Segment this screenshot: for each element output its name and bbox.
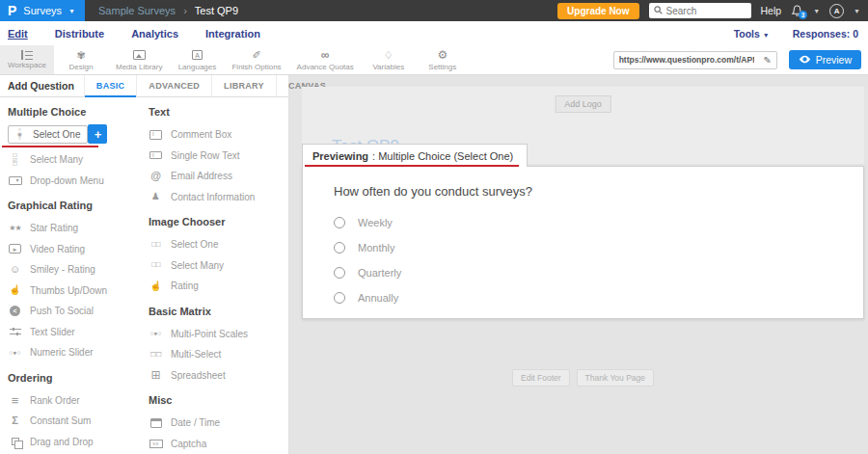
option-label: Annually [358, 292, 398, 304]
toolbar-languages[interactable]: Languages [170, 45, 224, 74]
question-type-email-address[interactable]: Email Address [149, 166, 288, 187]
multi-point-icon [149, 331, 163, 337]
question-text: How often do you conduct surveys? [334, 184, 832, 199]
question-type-rank-order[interactable]: Rank Order [8, 390, 149, 412]
question-type-single-row-text[interactable]: Single Row Text [149, 146, 288, 167]
edit-url-pencil-icon[interactable]: ✎ [759, 52, 776, 68]
question-type-thumbs-up-down[interactable]: Thumbs Up/Down [8, 280, 149, 302]
question-type-multi-point-scales[interactable]: Multi-Point Scales [149, 324, 288, 345]
option-annually[interactable]: Annually [334, 285, 832, 310]
nav-tab-distribute[interactable]: Distribute [55, 28, 118, 40]
question-type-image-select-one[interactable]: Select One [149, 234, 288, 255]
radio-icon[interactable] [334, 242, 345, 254]
question-type-push-to-social[interactable]: Push To Social [8, 301, 149, 322]
contact-person-icon [149, 192, 163, 201]
question-type-captcha[interactable]: Captcha [149, 434, 288, 454]
search-input[interactable] [666, 6, 746, 16]
avatar[interactable]: A [829, 4, 844, 18]
nav-tab-integration[interactable]: Integration [205, 28, 274, 40]
question-type-text-slider[interactable]: Text Slider [8, 322, 149, 343]
question-type-smiley-rating[interactable]: Smiley - Rating [8, 259, 149, 280]
question-type-label: Comment Box [171, 129, 231, 140]
nav-tab-analytics[interactable]: Analytics [131, 28, 192, 40]
upgrade-now-button[interactable]: Upgrade Now [557, 3, 638, 19]
tab-library[interactable]: LIBRARY [211, 75, 276, 96]
preview-button[interactable]: Preview [789, 50, 861, 69]
nav-tab-edit[interactable]: Edit [8, 28, 41, 40]
toolbar-design[interactable]: Design [54, 45, 108, 74]
question-type-date-time[interactable]: Date / Time [149, 413, 288, 434]
question-type-select-one[interactable]: Select One + [8, 124, 149, 144]
tools-dropdown[interactable]: Tools ▼ [734, 28, 770, 40]
thank-you-page-button[interactable]: Thank You Page [577, 369, 654, 387]
option-quarterly[interactable]: Quarterly [334, 260, 832, 285]
at-sign-icon [149, 171, 163, 181]
responses-count[interactable]: Responses: 0 [793, 28, 858, 40]
multi-select-icon [149, 351, 163, 358]
preview-footer: Edit Footer Thank You Page [302, 369, 864, 387]
option-monthly[interactable]: Monthly [334, 235, 832, 260]
section-title: Text [149, 106, 288, 118]
option-weekly[interactable]: Weekly [334, 210, 832, 235]
add-logo-button[interactable]: Add Logo [555, 95, 611, 113]
question-type-star-rating[interactable]: Star Rating [8, 218, 149, 239]
question-type-drag-and-drop[interactable]: Drag and Drop [8, 432, 149, 453]
question-type-label: Drag and Drop [30, 437, 94, 447]
tab-basic[interactable]: BASIC [84, 75, 137, 96]
toolbar-settings[interactable]: Settings [416, 45, 470, 74]
chevron-down-icon: ▼ [68, 8, 75, 14]
question-type-label: Select One [33, 129, 80, 140]
toolbar-advance-quotas[interactable]: Advance Quotas [289, 45, 362, 74]
radio-icon[interactable] [334, 267, 345, 279]
question-type-dropdown-menu[interactable]: Drop-down Menu [8, 171, 149, 192]
question-type-label: Multi-Select [171, 349, 221, 360]
question-type-image-rating[interactable]: Rating [149, 276, 288, 297]
design-palette-icon [76, 49, 85, 62]
help-link[interactable]: Help [761, 5, 782, 16]
settings-gear-icon [437, 49, 448, 62]
breadcrumb: Sample Surveys › Test QP9 [98, 5, 238, 16]
radio-icon[interactable] [334, 292, 345, 304]
video-rating-icon [9, 244, 21, 254]
workspace-icon [21, 50, 33, 60]
question-type-comment-box[interactable]: Comment Box [149, 124, 288, 146]
toolbar-finish-options[interactable]: Finish Options [224, 45, 288, 74]
toolbar-label: Settings [428, 63, 456, 71]
question-type-contact-information[interactable]: Contact Information [149, 187, 288, 208]
question-type-video-rating[interactable]: Video Rating [8, 239, 149, 260]
rank-order-icon [8, 394, 22, 407]
toolbar-media-library[interactable]: Media Library [108, 45, 170, 74]
breadcrumb-sample-surveys[interactable]: Sample Surveys [98, 5, 176, 16]
question-type-label: Star Rating [30, 223, 78, 233]
survey-toolbar: Workspace Design Media Library Languages… [0, 45, 868, 75]
question-type-label: Text Slider [30, 327, 75, 337]
question-type-numeric-slider[interactable]: Numeric Slider [8, 342, 149, 363]
question-type-label: Multi-Point Scales [171, 329, 248, 339]
tab-advanced[interactable]: ADVANCED [136, 75, 211, 96]
question-type-spreadsheet[interactable]: Spreadsheet [149, 365, 288, 387]
question-type-constant-sum[interactable]: Constant Sum [8, 411, 149, 432]
toolbar-label: Variables [372, 63, 404, 71]
question-type-image-select-many[interactable]: Select Many [149, 255, 288, 277]
toolbar-workspace[interactable]: Workspace [0, 45, 54, 74]
previewing-highlight-underline [305, 165, 519, 167]
question-type-select-many[interactable]: Select Many [8, 149, 149, 171]
question-type-label: Rating [171, 280, 199, 291]
question-type-multi-select[interactable]: Multi-Select [149, 344, 288, 365]
chevron-down-icon: ▼ [813, 8, 820, 14]
option-label: Monthly [358, 242, 395, 254]
edit-footer-button[interactable]: Edit Footer [512, 369, 570, 387]
notifications-bell-icon[interactable]: 3 [791, 5, 803, 17]
survey-url-input[interactable] [614, 55, 759, 65]
question-type-label: Captcha [171, 439, 206, 449]
comment-box-icon [149, 130, 162, 140]
surveys-menu[interactable]: P Surveys ▼ [0, 0, 85, 21]
survey-url-box: ✎ [613, 51, 777, 69]
radio-icon[interactable] [334, 217, 345, 228]
add-question-plus-button[interactable]: + [88, 124, 107, 144]
question-type-label: Video Rating [30, 244, 85, 254]
sigma-icon [8, 415, 22, 426]
add-question-panel: Add Question BASIC ADVANCED LIBRARY CANV… [0, 75, 289, 454]
top-bar: P Surveys ▼ Sample Surveys › Test QP9 Up… [0, 0, 868, 21]
toolbar-variables[interactable]: Variables [362, 45, 416, 74]
